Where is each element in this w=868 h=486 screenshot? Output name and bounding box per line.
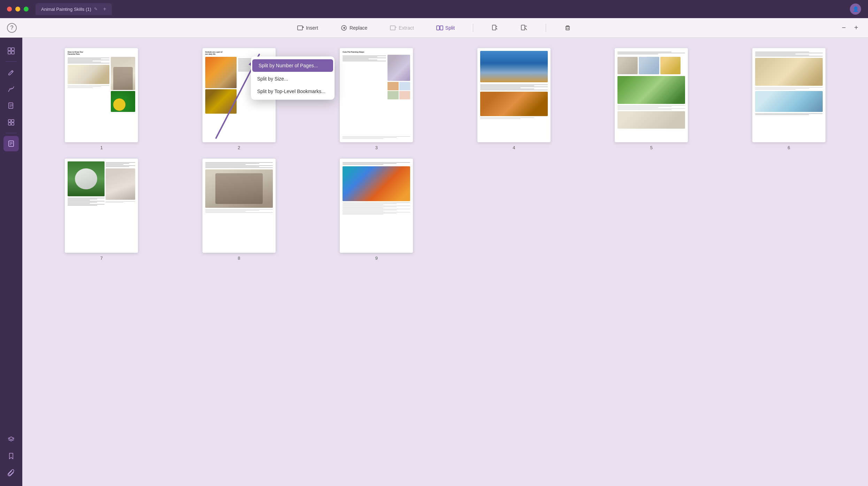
insert-button[interactable]: Insert <box>293 22 322 33</box>
organize-icon <box>7 119 15 126</box>
toolbar: ? Insert Replace Extract Split <box>0 18 868 38</box>
sidebar <box>0 38 22 486</box>
close-button[interactable] <box>7 7 12 12</box>
page-thumb-6[interactable] <box>752 48 825 142</box>
extract-icon <box>390 24 397 31</box>
zoom-controls: − + <box>839 22 861 33</box>
svg-line-13 <box>525 28 527 30</box>
page-item-8: 8 <box>174 159 305 261</box>
zoom-in-button[interactable]: + <box>851 22 861 33</box>
svg-rect-6 <box>437 26 439 30</box>
page-number-6: 6 <box>788 145 790 150</box>
page-icon-2 <box>521 24 528 31</box>
active-tool-icon <box>7 140 15 147</box>
page-thumb-5[interactable] <box>615 48 688 142</box>
sidebar-item-organize[interactable] <box>3 115 19 130</box>
svg-rect-29 <box>11 123 14 125</box>
toolbar-separator-1 <box>473 24 473 32</box>
replace-button[interactable]: Replace <box>336 22 371 33</box>
avatar[interactable]: 👤 <box>850 3 861 15</box>
sidebar-item-thumbnails[interactable] <box>3 43 19 59</box>
sidebar-bottom <box>3 432 19 480</box>
split-button[interactable]: Split <box>432 22 459 33</box>
insert-icon <box>297 24 304 31</box>
help-button[interactable]: ? <box>7 23 17 33</box>
page-number-7: 7 <box>100 256 103 261</box>
extract-label: Extract <box>399 25 414 31</box>
split-by-size-item[interactable]: Split by Size... <box>251 73 335 85</box>
page-thumb-9[interactable] <box>340 159 413 253</box>
sidebar-item-pages[interactable] <box>3 98 19 113</box>
zoom-out-button[interactable]: − <box>839 22 849 33</box>
delete-icon <box>564 24 571 31</box>
svg-rect-17 <box>8 48 11 51</box>
new-tab-icon[interactable]: + <box>103 6 106 12</box>
page-item-9: 9 <box>311 159 442 261</box>
page-number-5: 5 <box>650 145 653 150</box>
svg-line-21 <box>11 71 13 72</box>
attachments-icon <box>7 469 15 477</box>
titlebar: Animal Painting Skills (1) ✎ + 👤 <box>0 0 868 18</box>
tab-title: Animal Painting Skills (1) <box>41 7 91 12</box>
page-item-1: How to Draw OurFavorite Pets <box>36 48 167 150</box>
page-item-7: 7 <box>36 159 167 261</box>
thumbnails-icon <box>7 47 15 55</box>
split-by-number-item[interactable]: Split by Number of Pages... <box>252 59 333 72</box>
split-icon <box>436 24 443 31</box>
annotate-icon <box>7 85 15 93</box>
page-grid: How to Draw OurFavorite Pets <box>36 48 854 261</box>
delete-button[interactable] <box>560 22 575 33</box>
page-thumb-1[interactable]: How to Draw OurFavorite Pets <box>65 48 138 142</box>
sidebar-item-edit[interactable] <box>3 64 19 80</box>
layers-icon <box>7 435 15 443</box>
page-item-4: 4 <box>449 48 579 150</box>
page-number-3: 3 <box>375 145 378 150</box>
pages-icon <box>7 102 15 109</box>
minimize-button[interactable] <box>15 7 20 12</box>
svg-rect-7 <box>440 26 443 30</box>
page-icon-1 <box>491 24 498 31</box>
svg-rect-20 <box>11 51 14 54</box>
svg-rect-11 <box>521 25 525 30</box>
svg-rect-18 <box>11 48 14 51</box>
page-number-9: 9 <box>375 256 378 261</box>
split-dropdown-menu: Split by Number of Pages... Split by Siz… <box>251 56 335 100</box>
main-layout: How to Draw OurFavorite Pets <box>0 38 868 486</box>
sidebar-item-active-tool[interactable] <box>3 136 19 151</box>
svg-rect-28 <box>8 123 11 125</box>
page-thumb-3[interactable]: Cute Pet Painting Steps <box>340 48 413 142</box>
svg-rect-4 <box>390 26 395 30</box>
svg-rect-0 <box>298 26 302 30</box>
sidebar-item-layers[interactable] <box>3 432 19 447</box>
replace-label: Replace <box>349 25 367 31</box>
split-by-bookmarks-item[interactable]: Split by Top-Level Bookmarks... <box>251 85 335 98</box>
sidebar-item-annotate[interactable] <box>3 81 19 97</box>
sidebar-item-bookmarks[interactable] <box>3 448 19 464</box>
svg-rect-8 <box>492 25 496 30</box>
page-thumb-4[interactable] <box>477 48 551 142</box>
split-label: Split <box>445 25 455 31</box>
page-item-5: 5 <box>586 48 717 150</box>
page-icon-btn-1[interactable] <box>487 22 502 33</box>
traffic-lights <box>7 7 29 12</box>
replace-icon <box>340 24 347 31</box>
extract-button[interactable]: Extract <box>385 22 418 33</box>
maximize-button[interactable] <box>24 7 29 12</box>
sidebar-item-attachments[interactable] <box>3 465 19 480</box>
title-tab: Animal Painting Skills (1) ✎ + <box>36 3 112 15</box>
content-area: How to Draw OurFavorite Pets <box>22 38 868 486</box>
page-icon-btn-2[interactable] <box>516 22 532 33</box>
page-thumb-8[interactable] <box>202 159 276 253</box>
insert-label: Insert <box>306 25 318 31</box>
svg-rect-26 <box>8 120 11 122</box>
svg-rect-19 <box>8 51 11 54</box>
page-number-2: 2 <box>238 145 240 150</box>
page-thumb-7[interactable] <box>65 159 138 253</box>
toolbar-separator-2 <box>546 24 546 32</box>
sidebar-sep-2 <box>6 133 17 133</box>
bookmarks-icon <box>7 452 15 460</box>
svg-rect-14 <box>566 26 569 30</box>
page-number-4: 4 <box>513 145 515 150</box>
edit-title-icon[interactable]: ✎ <box>94 7 98 12</box>
sidebar-sep-1 <box>6 61 17 62</box>
